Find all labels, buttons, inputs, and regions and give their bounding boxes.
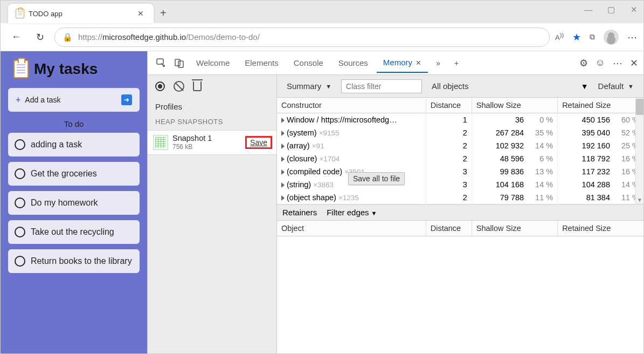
checkbox-icon[interactable] (15, 139, 25, 150)
table-row[interactable]: (closure) ×1704248 5966 %118 79216 % (277, 152, 643, 165)
shallow-pct: 14 % (528, 180, 553, 189)
distance: 3 (426, 165, 472, 178)
constructor-name: (array) (287, 141, 310, 150)
section-title: To do (8, 119, 140, 128)
save-button[interactable]: Save (245, 136, 272, 149)
submit-arrow-icon[interactable]: ➜ (121, 94, 132, 105)
todo-app: My tasks + Add a task ➜ To do adding a t… (1, 51, 147, 354)
refresh-button[interactable]: ↻ (31, 28, 49, 46)
shallow-size: 99 836 (500, 167, 524, 176)
col-constructor[interactable]: Constructor (277, 98, 426, 113)
expand-icon[interactable] (281, 131, 285, 136)
new-tab-button[interactable]: + (160, 7, 167, 19)
expand-icon[interactable] (281, 169, 285, 175)
table-row[interactable]: (system) ×91552267 28435 %395 04052 % (277, 126, 643, 139)
browser-tab[interactable]: TODO app ✕ (8, 4, 154, 23)
collections-icon[interactable]: ⧉ (590, 32, 595, 42)
chevron-down-icon[interactable]: ▼ (581, 82, 588, 91)
close-icon[interactable]: ✕ (416, 59, 421, 67)
table-row[interactable]: (array) ×912102 93214 %192 16025 % (277, 139, 643, 152)
delete-icon[interactable] (193, 81, 202, 91)
task-item[interactable]: Get the groceries (8, 162, 140, 186)
distance: 2 (426, 139, 472, 152)
add-task-button[interactable]: + Add a task ➜ (8, 88, 140, 112)
profile-avatar[interactable] (604, 30, 619, 45)
snapshot-name: Snapshot 1 (172, 134, 212, 143)
menu-icon[interactable]: ⋯ (627, 31, 637, 43)
perspective-dropdown[interactable]: Default▼ (594, 79, 638, 93)
tab-sources[interactable]: Sources (332, 54, 375, 72)
instance-count: ×1235 (338, 194, 359, 202)
add-tab-icon[interactable]: + (448, 55, 465, 71)
tab-welcome[interactable]: Welcome (190, 54, 236, 72)
minimize-icon[interactable]: — (584, 5, 593, 15)
read-aloud-icon[interactable]: A)) (555, 32, 564, 42)
feedback-icon[interactable]: ☺ (595, 57, 605, 69)
tab-memory[interactable]: Memory✕ (377, 53, 428, 73)
more-tabs-icon[interactable]: » (430, 55, 446, 71)
distance: 2 (426, 126, 472, 139)
checkbox-icon[interactable] (15, 256, 25, 267)
heap-table[interactable]: Constructor Distance Shallow Size Retain… (277, 98, 643, 204)
ret-col-distance[interactable]: Distance (426, 221, 472, 236)
ret-col-object[interactable]: Object (277, 221, 426, 236)
table-row[interactable]: Window / https://microsoftedg… 1360 %450… (277, 113, 643, 127)
task-item[interactable]: Do my homework (8, 191, 140, 215)
inspect-icon[interactable] (153, 55, 169, 71)
window-titlebar: TODO app ✕ + — ▢ ✕ (1, 1, 643, 23)
objects-filter-dropdown[interactable]: All objects (427, 79, 473, 93)
shallow-size: 102 932 (496, 141, 524, 150)
address-bar[interactable]: 🔒 https://microsoftedge.github.io/Demos/… (54, 28, 550, 47)
table-row[interactable]: (string) ×38633104 16814 %104 28814 % (277, 178, 643, 191)
record-icon[interactable] (155, 81, 165, 91)
shallow-size: 48 596 (500, 154, 524, 163)
task-item[interactable]: Return books to the library (8, 249, 140, 273)
tab-title: TODO app (29, 10, 63, 18)
shallow-pct: 11 % (528, 193, 553, 202)
expand-icon[interactable] (281, 195, 285, 201)
close-tab-icon[interactable]: ✕ (135, 9, 146, 18)
favorite-icon[interactable]: ★ (572, 31, 581, 43)
tab-console[interactable]: Console (287, 54, 330, 72)
close-devtools-icon[interactable]: ✕ (630, 57, 638, 69)
task-item[interactable]: Take out the recycling (8, 220, 140, 244)
col-shallow[interactable]: Shallow Size (472, 98, 557, 113)
col-retained[interactable]: Retained Size (558, 98, 643, 113)
ret-col-retained[interactable]: Retained Size (558, 221, 643, 236)
constructor-name: (object shape) (287, 193, 336, 202)
class-filter-input[interactable] (341, 79, 422, 93)
close-window-icon[interactable]: ✕ (629, 5, 638, 15)
checkbox-icon[interactable] (15, 227, 25, 237)
back-button[interactable]: ← (7, 28, 25, 46)
ret-col-shallow[interactable]: Shallow Size (472, 221, 557, 236)
shallow-size: 267 284 (496, 128, 524, 137)
expand-icon[interactable] (281, 144, 285, 149)
devtools-panel: Welcome Elements Console Sources Memory✕… (147, 51, 643, 354)
table-row[interactable]: (compiled code) ×3501399 83613 %117 2321… (277, 165, 643, 178)
shallow-size: 79 788 (500, 193, 524, 202)
settings-icon[interactable]: ⚙ (579, 57, 588, 69)
scrollbar[interactable]: ▼ (635, 98, 643, 204)
col-distance[interactable]: Distance (426, 98, 472, 113)
checkbox-icon[interactable] (15, 198, 25, 208)
tab-elements[interactable]: Elements (238, 54, 285, 72)
memory-panel: Summary▼ All objects ▼ Default▼ Construc… (277, 75, 643, 354)
task-label: Do my homework (31, 198, 98, 208)
expand-icon[interactable] (281, 118, 285, 123)
table-row[interactable]: (object shape) ×1235279 78811 %81 38411 … (277, 191, 643, 204)
more-icon[interactable]: ⋯ (613, 57, 622, 69)
checkbox-icon[interactable] (15, 168, 25, 179)
device-icon[interactable] (171, 55, 188, 71)
plus-icon: + (16, 95, 20, 105)
filter-edges-dropdown[interactable]: Filter edges▼ (327, 208, 377, 217)
view-dropdown[interactable]: Summary▼ (282, 79, 336, 93)
expand-icon[interactable] (281, 182, 285, 188)
expand-icon[interactable] (281, 156, 285, 162)
maximize-icon[interactable]: ▢ (607, 5, 615, 15)
snapshot-size: 756 kB (172, 143, 212, 151)
task-item[interactable]: adding a task (8, 133, 140, 156)
snapshot-item[interactable]: Snapshot 1 756 kB Save (148, 130, 276, 155)
instance-count: ×91 (312, 142, 324, 150)
retainers-tab[interactable]: Retainers (282, 208, 317, 217)
clear-icon[interactable] (174, 81, 184, 92)
